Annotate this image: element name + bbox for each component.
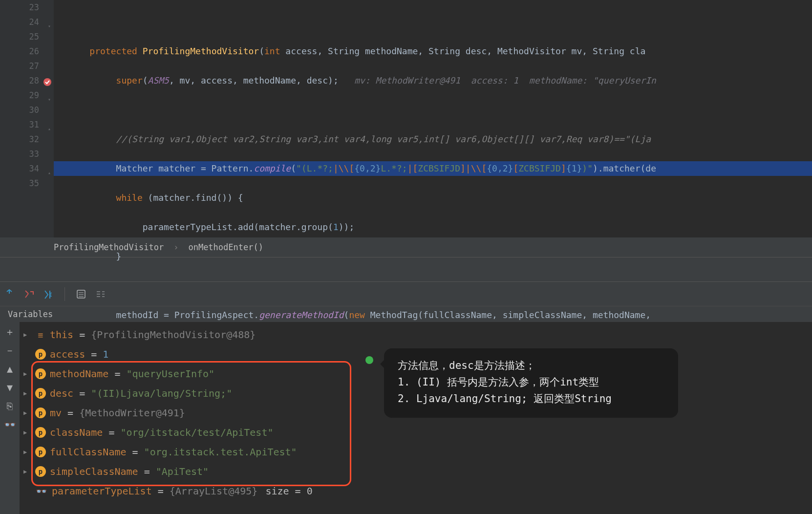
expand-icon[interactable]: ▶: [23, 468, 31, 475]
variables-panel: ＋ － ▲ ▼ ⎘ 👓 ▶ ≡ this = {ProfilingMethodV…: [0, 322, 812, 514]
gutter-line: 25: [0, 29, 39, 44]
gutter-line: 33: [0, 147, 39, 161]
step-into-icon[interactable]: I: [43, 289, 54, 300]
gutter-line: 35: [0, 176, 39, 191]
pointer-dot-icon: [365, 356, 373, 364]
watch-icon[interactable]: [95, 289, 106, 300]
stop-icon[interactable]: [23, 289, 34, 300]
param-icon: p: [35, 427, 46, 438]
gutter-line: [0, 191, 39, 205]
code-line: while (matcher.find()) {: [68, 191, 812, 205]
breakpoint-icon[interactable]: [43, 76, 52, 85]
variables-sidebar: ＋ － ▲ ▼ ⎘ 👓: [0, 322, 20, 514]
svg-point-0: [43, 78, 51, 86]
expand-icon[interactable]: ▶: [23, 331, 31, 338]
code-line: super(ASM5, mv, access, methodName, desc…: [68, 73, 812, 88]
gutter-line: 32: [0, 132, 39, 147]
copy-icon[interactable]: ⎘: [5, 401, 15, 411]
glasses-icon[interactable]: 👓: [5, 420, 15, 429]
code-line: protected ProfilingMethodVisitor(int acc…: [68, 44, 812, 59]
expand-icon[interactable]: ▶: [23, 449, 31, 455]
param-icon: p: [35, 407, 46, 418]
gutter-line: 31▴: [0, 117, 39, 132]
up-icon[interactable]: ▲: [5, 364, 15, 374]
annotation-tooltip: 方法信息，desc是方法描述； 1. (II) 括号内是方法入参，两个int类型…: [384, 348, 678, 418]
this-icon: ≡: [35, 329, 46, 340]
gutter-line: 27: [0, 59, 39, 73]
fold-icon[interactable]: ▴: [45, 122, 51, 128]
code-line: parameterTypeList.add(matcher.group(1));: [68, 220, 812, 235]
code-line: }: [68, 249, 812, 264]
restart-icon[interactable]: [4, 289, 15, 300]
code-line: [68, 15, 812, 29]
code-line: [68, 278, 812, 293]
add-icon[interactable]: ＋: [5, 327, 15, 337]
param-icon: p: [35, 349, 46, 360]
param-icon: p: [35, 368, 46, 379]
param-icon: p: [35, 447, 46, 457]
code-line-current: Matcher matcher = Pattern.compile("(L.*?…: [54, 161, 812, 176]
editor-area: 23 24▾ 25 26 27 28 29▾ 30 31▴ 32 33 34▴ …: [0, 0, 812, 237]
gutter-line: 29▾: [0, 88, 39, 103]
gutter-line: 24▾: [0, 15, 39, 29]
separator: [64, 287, 65, 301]
code-line: //(String var1,Object var2,String var3,i…: [68, 132, 812, 147]
expand-icon[interactable]: ▶: [23, 409, 31, 416]
variable-row[interactable]: 👓 parameterTypeList = {ArrayList@495} si…: [0, 481, 812, 501]
code-line: [68, 103, 812, 117]
tooltip-line: 1. (II) 括号内是方法入参，两个int类型: [398, 374, 665, 390]
down-icon[interactable]: ▼: [5, 383, 15, 392]
code-body[interactable]: protected ProfilingMethodVisitor(int acc…: [54, 0, 812, 237]
expand-icon[interactable]: ▶: [23, 429, 31, 436]
gutter-line: 23: [0, 0, 39, 15]
variable-row[interactable]: ▶ ≡ this = {ProfilingMethodVisitor@488}: [0, 325, 812, 344]
field-icon: 👓: [35, 486, 48, 497]
tooltip-line: 2. Ljava/lang/String; 返回类型String: [398, 390, 665, 407]
remove-icon[interactable]: －: [5, 345, 15, 355]
editor-gutter: 23 24▾ 25 26 27 28 29▾ 30 31▴ 32 33 34▴ …: [0, 0, 54, 237]
expand-icon[interactable]: ▶: [23, 370, 31, 377]
gutter-line: 26: [0, 44, 39, 59]
svg-text:I: I: [49, 292, 52, 298]
fold-icon[interactable]: ▾: [45, 19, 51, 25]
tooltip-line: 方法信息，desc是方法描述；: [398, 357, 665, 374]
fold-icon[interactable]: ▴: [45, 166, 51, 171]
gutter-line: 34▴: [0, 161, 39, 176]
expand-icon[interactable]: ▶: [23, 390, 31, 397]
variable-row[interactable]: ▶ p className = "org/itstack/test/ApiTes…: [0, 423, 812, 442]
code-line: methodId = ProfilingAspect.generateMetho…: [68, 308, 812, 322]
param-icon: p: [35, 388, 46, 399]
gutter-line: 30: [0, 103, 39, 117]
param-icon: p: [35, 466, 46, 477]
fold-icon[interactable]: ▾: [45, 92, 51, 98]
variable-row[interactable]: ▶ p fullClassName = "org.itstack.test.Ap…: [0, 442, 812, 462]
variable-row[interactable]: ▶ p simpleClassName = "ApiTest": [0, 462, 812, 481]
gutter-line: 28: [0, 73, 39, 88]
